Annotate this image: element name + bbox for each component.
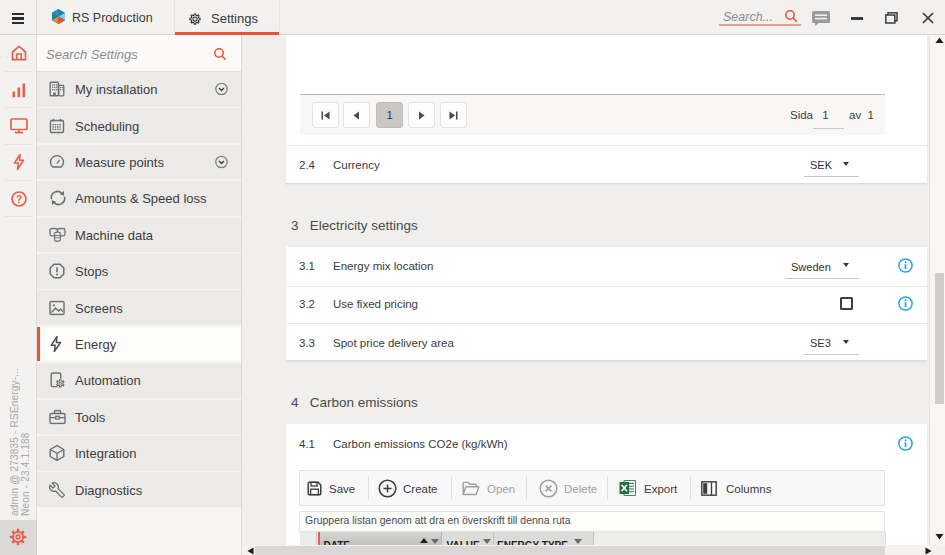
svg-text:?: ? [15,193,21,204]
